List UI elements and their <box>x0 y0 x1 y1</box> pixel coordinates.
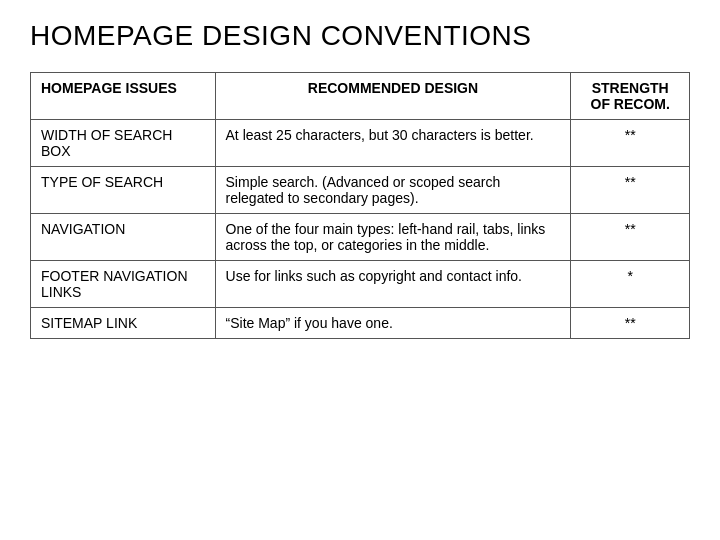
table-row: FOOTER NAVIGATION LINKSUse for links suc… <box>31 261 690 308</box>
cell-issue-2: NAVIGATION <box>31 214 216 261</box>
cell-design-0: At least 25 characters, but 30 character… <box>215 120 571 167</box>
cell-issue-4: SITEMAP LINK <box>31 308 216 339</box>
table-row: WIDTH OF SEARCH BOXAt least 25 character… <box>31 120 690 167</box>
cell-strength-0: ** <box>571 120 690 167</box>
cell-strength-2: ** <box>571 214 690 261</box>
header-strength: STRENGTH OF RECOM. <box>571 73 690 120</box>
cell-issue-3: FOOTER NAVIGATION LINKS <box>31 261 216 308</box>
cell-strength-4: ** <box>571 308 690 339</box>
cell-design-2: One of the four main types: left-hand ra… <box>215 214 571 261</box>
cell-design-3: Use for links such as copyright and cont… <box>215 261 571 308</box>
header-issue: HOMEPAGE ISSUES <box>31 73 216 120</box>
cell-strength-3: * <box>571 261 690 308</box>
conventions-table: HOMEPAGE ISSUES RECOMMENDED DESIGN STREN… <box>30 72 690 339</box>
cell-design-1: Simple search. (Advanced or scoped searc… <box>215 167 571 214</box>
table-row: TYPE OF SEARCHSimple search. (Advanced o… <box>31 167 690 214</box>
cell-design-4: “Site Map” if you have one. <box>215 308 571 339</box>
table-header-row: HOMEPAGE ISSUES RECOMMENDED DESIGN STREN… <box>31 73 690 120</box>
table-row: NAVIGATIONOne of the four main types: le… <box>31 214 690 261</box>
cell-strength-1: ** <box>571 167 690 214</box>
page-title: HOMEPAGE DESIGN CONVENTIONS <box>30 20 690 52</box>
table-row: SITEMAP LINK“Site Map” if you have one.*… <box>31 308 690 339</box>
cell-issue-0: WIDTH OF SEARCH BOX <box>31 120 216 167</box>
cell-issue-1: TYPE OF SEARCH <box>31 167 216 214</box>
header-design: RECOMMENDED DESIGN <box>215 73 571 120</box>
